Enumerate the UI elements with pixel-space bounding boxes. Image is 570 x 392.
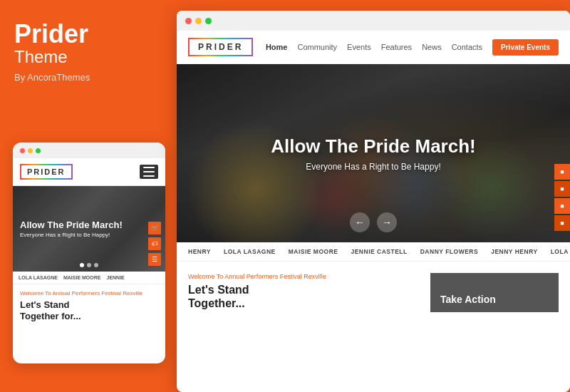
left-panel: Prider Theme By AncoraThemes PRIDER Allo… [0,0,175,392]
float-btn-1[interactable]: ■ [554,164,570,180]
mobile-content: Welcome To Annual Performers Festival Re… [13,284,165,327]
slide-dot-2 [87,263,91,267]
mobile-hero: Allow The Pride March! Everyone Has a Ri… [13,186,165,272]
performer-lola-lasag: LOLA LASAG [551,248,570,255]
hero-title: Allow The Pride March! [271,135,476,158]
mobile-logo: PRIDER [20,164,73,180]
performer-henry: HENRY [188,248,211,255]
desktop-bottom-content: Welcome To Annual Performers Festival Re… [177,262,570,324]
mobile-minimize-dot [28,148,33,153]
mobile-performer-2: MAISIE MOORE [63,275,101,280]
hero-next-arrow[interactable]: → [377,212,397,232]
mobile-hero-overlay: Allow The Pride March! Everyone Has a Ri… [13,186,165,272]
nav-link-events[interactable]: Events [347,43,371,51]
slide-dot-1 [80,263,84,267]
desktop-titlebar [177,11,570,31]
nav-link-features[interactable]: Features [381,43,412,51]
float-btn-4[interactable]: ■ [554,215,570,231]
mobile-performers-bar: LOLA LASAGNE MAISIE MOORE JENNIE [13,272,165,284]
mobile-cart-icon[interactable]: 🛒 [148,222,161,234]
mobile-performer-3: JENNIE [106,275,124,280]
desktop-maximize-dot [205,18,212,24]
mobile-menu-icon[interactable]: ☰ [148,253,161,266]
performer-danny-flowers: DANNY FLOWERS [420,248,478,255]
mobile-titlebar [13,143,165,158]
mobile-hero-title: Allow The Pride March! [20,220,158,231]
performer-jennie-castell: JENNIE CASTELL [351,248,407,255]
mobile-content-title: Let's StandTogether for... [20,299,158,321]
hero-navigation-arrows: ← → [350,212,397,232]
performers-bar: HENRY LOLA LASAGNE MAISIE MOORE JENNIE C… [177,242,570,262]
mobile-close-dot [20,148,25,153]
mobile-hero-subtitle: Everyone Has a Right to Be Happy! [20,232,158,238]
bottom-tag: Welcome To Annual Performers Festival Re… [188,273,419,280]
performer-jenny-henry: JENNY HENRY [491,248,538,255]
hero-prev-arrow[interactable]: ← [350,212,370,232]
desktop-minimize-dot [195,18,202,24]
mobile-nav: PRIDER [13,158,165,186]
mobile-slide-dots [80,263,98,267]
hero-subtitle: Everyone Has a Right to Be Happy! [306,162,440,172]
brand-by: By AncoraThemes [14,72,160,83]
mobile-performer-1: LOLA LASAGNE [19,275,58,280]
bottom-title: Let's StandTogether... [188,283,419,310]
desktop-hero: Allow The Pride March! Everyone Has a Ri… [177,64,570,242]
nav-link-contacts[interactable]: Contacts [452,43,482,51]
take-action-header: Take Action [430,273,559,312]
bottom-left-section: Welcome To Annual Performers Festival Re… [188,273,419,312]
brand-title: Prider [14,21,160,47]
performer-lola-lasagne: LOLA LASAGNE [224,248,276,255]
desktop-navbar: PRIDER Home Community Events Features Ne… [177,31,570,64]
mobile-maximize-dot [36,148,41,153]
float-btn-2[interactable]: ■ [554,181,570,197]
hamburger-line [143,175,155,177]
bottom-right-section: Take Action [430,273,559,312]
hamburger-line [143,167,155,168]
desktop-close-dot [185,18,192,24]
brand-subtitle: Theme [14,47,160,68]
hamburger-line [143,171,155,172]
desktop-nav-links: Home Community Events Features News Cont… [266,39,559,56]
nav-link-home[interactable]: Home [266,43,288,51]
float-btn-3[interactable]: ■ [554,198,570,214]
performer-maisie-moore: MAISIE MOORE [289,248,338,255]
mobile-menu-button[interactable] [140,165,158,179]
desktop-mockup: PRIDER Home Community Events Features Ne… [177,11,570,392]
slide-dot-3 [94,263,98,267]
nav-link-news[interactable]: News [422,43,442,51]
private-events-button[interactable]: Private Events [492,39,559,56]
mobile-tag-icon[interactable]: 🏷 [148,237,161,250]
desktop-logo: PRIDER [188,38,253,56]
mobile-content-tag: Welcome To Annual Performers Festival Re… [20,290,158,296]
nav-link-community[interactable]: Community [297,43,337,51]
floating-side-buttons: ■ ■ ■ ■ [554,164,570,231]
mobile-mockup: PRIDER Allow The Pride March! Everyone H… [13,143,165,363]
mobile-icon-buttons: 🛒 🏷 ☰ [148,222,161,266]
